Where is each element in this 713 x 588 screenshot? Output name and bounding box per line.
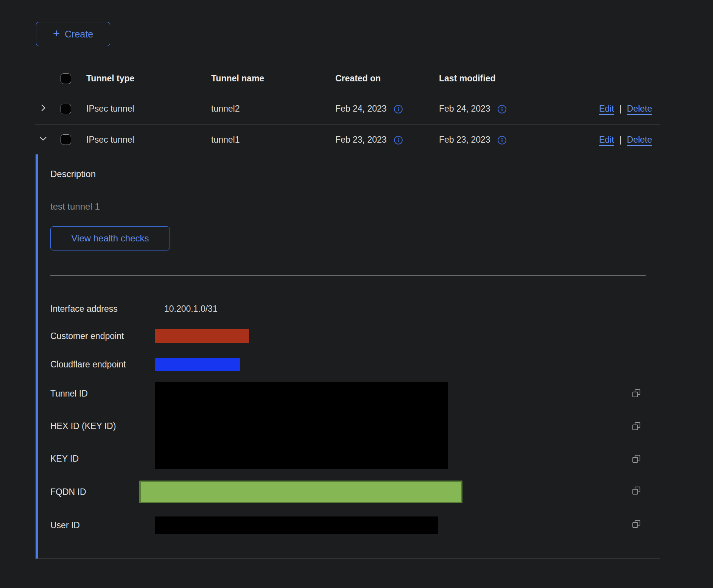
copy-icon[interactable] <box>632 389 641 398</box>
info-icon[interactable] <box>394 135 403 145</box>
interface-address-value: 10.200.1.0/31 <box>164 304 218 314</box>
cloudflare-endpoint-redaction <box>155 358 240 371</box>
select-all-checkbox[interactable] <box>61 73 71 84</box>
action-separator: | <box>620 104 622 114</box>
hex-id-label: HEX ID (KEY ID) <box>50 420 116 432</box>
copy-icon[interactable] <box>632 422 641 431</box>
copy-icon[interactable] <box>632 519 641 529</box>
row-checkbox[interactable] <box>61 134 71 145</box>
tunnel-type-cell: IPsec tunnel <box>86 135 211 145</box>
user-id-redaction <box>155 516 438 534</box>
created-on-cell: Feb 24, 2023 <box>335 104 387 114</box>
table-header-row: Tunnel type Tunnel name Created on Last … <box>35 64 660 93</box>
cloudflare-endpoint-label: Cloudflare endpoint <box>50 359 155 370</box>
tunnels-table: Tunnel type Tunnel name Created on Last … <box>35 64 660 559</box>
delete-link[interactable]: Delete <box>627 135 652 145</box>
column-header-created-on: Created on <box>335 73 439 84</box>
tunnel-name-cell: tunnel2 <box>211 104 335 114</box>
created-on-cell: Feb 23, 2023 <box>335 135 387 145</box>
edit-link[interactable]: Edit <box>599 135 614 145</box>
description-label: Description <box>50 169 96 179</box>
tunnel-name-cell: tunnel1 <box>211 135 335 145</box>
info-icon[interactable] <box>394 104 403 114</box>
description-value: test tunnel 1 <box>50 201 100 212</box>
last-modified-cell: Feb 24, 2023 <box>439 104 490 114</box>
info-icon[interactable] <box>497 104 507 114</box>
tunnel-id-label: Tunnel ID <box>50 388 88 399</box>
action-separator: | <box>620 135 622 145</box>
copy-icon[interactable] <box>632 486 641 496</box>
tunnel-type-cell: IPsec tunnel <box>86 104 211 114</box>
chevron-right-icon <box>38 103 48 115</box>
edit-link[interactable]: Edit <box>599 104 614 114</box>
collapse-row-button[interactable] <box>35 134 51 146</box>
customer-endpoint-label: Customer endpoint <box>50 331 155 341</box>
customer-endpoint-redaction <box>155 329 249 343</box>
column-header-tunnel-type: Tunnel type <box>86 73 211 84</box>
user-id-label: User ID <box>50 520 155 530</box>
column-header-tunnel-name: Tunnel name <box>211 73 335 84</box>
fqdn-id-redaction <box>139 481 462 503</box>
expand-row-button[interactable] <box>35 103 51 115</box>
copy-icon[interactable] <box>632 454 641 464</box>
expanded-accent-bar <box>36 154 38 558</box>
column-header-last-modified: Last modified <box>439 73 587 84</box>
view-health-checks-button[interactable]: View health checks <box>50 226 170 250</box>
table-row: IPsec tunnel tunnel2 Feb 24, 2023 Feb 24… <box>35 93 660 125</box>
create-button-label: Create <box>65 29 93 40</box>
info-icon[interactable] <box>497 135 507 145</box>
delete-link[interactable]: Delete <box>627 104 652 114</box>
expanded-tunnel-panel: Description test tunnel 1 View health ch… <box>35 154 660 559</box>
last-modified-cell: Feb 23, 2023 <box>439 135 490 145</box>
fqdn-id-label: FQDN ID <box>50 487 139 497</box>
interface-address-label: Interface address <box>50 304 164 314</box>
ipsec-tunnels-page: + Create Tunnel type Tunnel name Created… <box>0 0 713 588</box>
row-checkbox[interactable] <box>61 104 71 114</box>
key-id-label: KEY ID <box>50 453 79 464</box>
section-divider <box>50 275 646 275</box>
table-row: IPsec tunnel tunnel1 Feb 23, 2023 Feb 23… <box>35 125 660 154</box>
plus-icon: + <box>53 28 60 39</box>
ids-redaction-block <box>155 382 448 469</box>
chevron-down-icon <box>38 134 48 146</box>
create-button[interactable]: + Create <box>36 22 110 46</box>
